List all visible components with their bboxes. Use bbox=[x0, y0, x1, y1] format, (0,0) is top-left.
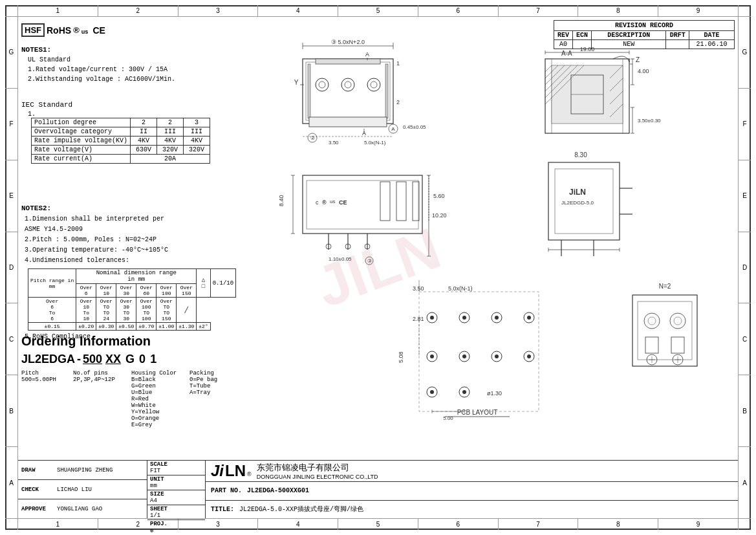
row-g-left: G bbox=[5, 17, 17, 89]
ordering-section: Ordering Information JL2EDGA - 500 XX G … bbox=[21, 334, 280, 428]
ord-xx: XX bbox=[105, 353, 121, 366]
title-draw-row: DRAW SHUANGPING ZHENG bbox=[18, 461, 147, 480]
technical-drawings: ③ 5.0xN+2.0 Y A 1 2 3.50 5.0x(N-1) A 0.4 bbox=[264, 33, 749, 447]
unit-value: mm bbox=[150, 483, 202, 489]
svg-rect-141 bbox=[638, 301, 692, 360]
iec-row2-c0: Rate impulse voltage(KV) bbox=[32, 136, 131, 146]
notes1-section: NOTES1: UL Standard 1.Rated voltage/curr… bbox=[21, 46, 241, 84]
svg-text:②: ② bbox=[310, 135, 315, 141]
svg-text:A: A bbox=[391, 126, 395, 132]
notes2-item-0: 1.Dimension shall be interpreted per bbox=[25, 214, 261, 224]
pcb-layout: PCB LAYOUT 3.50 5.0x(N-1) 2.81 5.08 bbox=[398, 280, 539, 421]
svg-rect-140 bbox=[632, 295, 697, 366]
title-row-main: TITLE: JL2EDGA-5.0-XXP插拔式母座/弯脚/绿色 bbox=[206, 501, 738, 518]
row-c-left: C bbox=[5, 303, 17, 375]
ul-mark: ® bbox=[73, 25, 80, 35]
title-specs: SCALE FIT UNIT mm SIZE A4 SHEET 1/1 PROJ… bbox=[147, 461, 206, 518]
ord-0: 0 bbox=[139, 353, 146, 366]
svg-text:0.45±0.05: 0.45±0.05 bbox=[403, 124, 426, 130]
svg-rect-70 bbox=[396, 182, 406, 221]
jiln-registered: ® bbox=[247, 471, 252, 477]
unit-row: UNIT mm bbox=[147, 475, 205, 490]
col-markers-top: 1 2 3 4 5 6 7 8 9 bbox=[5, 5, 751, 17]
ce-mark: CE bbox=[92, 25, 105, 36]
part-no-row: PART NO. JL2EDGA-500XXG01 bbox=[206, 482, 738, 500]
iec-title: IEC Standard bbox=[21, 101, 248, 109]
svg-line-37 bbox=[545, 65, 552, 72]
iec-row2-c1: 4KV bbox=[131, 136, 157, 146]
svg-text:3.50: 3.50 bbox=[413, 285, 424, 292]
n2-view: N=2 bbox=[632, 283, 697, 366]
company-name-zh: 东莞市锦凌电子有限公司 bbox=[257, 462, 378, 474]
svg-text:5.08: 5.08 bbox=[398, 351, 404, 363]
svg-rect-147 bbox=[671, 337, 684, 353]
main-content: JILN HSF RoHS ® us CE NOTES1: UL Standar… bbox=[18, 17, 738, 518]
jiln-logo: Ji LN ® bbox=[211, 462, 252, 480]
col-5-top: 5 bbox=[338, 5, 418, 16]
svg-text:c: c bbox=[316, 199, 319, 206]
jiln-brand: Ji bbox=[211, 462, 224, 480]
proj-arrows: ⊕ bbox=[150, 527, 202, 534]
ord-1: 1 bbox=[150, 353, 157, 366]
draw-value: SHUANGPING ZHENG bbox=[57, 467, 113, 474]
svg-text:CE: CE bbox=[339, 199, 347, 206]
svg-text:19.00: 19.00 bbox=[580, 46, 595, 52]
title-check-row: CHECK LICHAO LIU bbox=[18, 480, 147, 499]
svg-text:PCB LAYOUT: PCB LAYOUT bbox=[457, 409, 498, 416]
iec-row0-c1: 2 bbox=[131, 118, 157, 127]
svg-text:5.00: 5.00 bbox=[443, 415, 453, 421]
row-markers-left: G F E D C B A bbox=[5, 17, 18, 518]
sheet-row: SHEET 1/1 bbox=[147, 505, 205, 520]
iec-row0-c2: 2 bbox=[157, 118, 184, 127]
hsf-box: HSF bbox=[21, 23, 45, 37]
rev-title: REVISION RECORD bbox=[554, 21, 735, 31]
notes2-section: NOTES2: 1.Dimension shall be interpreted… bbox=[21, 204, 261, 340]
notes1-item-0: UL Standard bbox=[28, 55, 241, 65]
svg-text:3.50±0.30: 3.50±0.30 bbox=[638, 118, 661, 124]
proj-row: PROJ. ⊕ bbox=[147, 520, 205, 535]
size-row: SIZE A4 bbox=[147, 490, 205, 505]
ord-g: G bbox=[125, 353, 135, 366]
check-label: CHECK bbox=[21, 486, 57, 493]
svg-point-124 bbox=[462, 355, 466, 358]
notes2-item-2: 2.Pitch : 5.00mm, Poles : N=02~24P bbox=[25, 235, 261, 245]
svg-text:2: 2 bbox=[396, 99, 400, 105]
svg-text:③: ③ bbox=[367, 258, 372, 264]
tolerance-table: Pitch range inmm Nominal dimension range… bbox=[28, 268, 236, 331]
svg-point-3 bbox=[319, 82, 325, 88]
iec-row3-c0: Rate voltage(V) bbox=[32, 146, 131, 155]
scale-row: SCALE FIT bbox=[147, 461, 205, 475]
iec-row1-c1: II bbox=[131, 127, 157, 136]
svg-rect-10 bbox=[316, 59, 380, 64]
scale-value: FIT bbox=[150, 468, 202, 474]
col-9-top: 9 bbox=[658, 5, 738, 16]
svg-point-143 bbox=[648, 317, 656, 325]
col-7-bot: 7 bbox=[499, 519, 579, 530]
iec-row0-c0: Pollution degree bbox=[32, 118, 131, 127]
svg-rect-9 bbox=[385, 64, 388, 118]
company-name-en: DONGGUAN JINLING ELECTRONIC CO.,LTD bbox=[257, 474, 378, 480]
sheet-label: SHEET bbox=[150, 506, 202, 512]
svg-rect-8 bbox=[308, 64, 310, 118]
col-4-bot: 4 bbox=[258, 519, 338, 530]
iec-table: Pollution degree 2 2 3 Overvoltage categ… bbox=[31, 118, 210, 164]
svg-text:8.40: 8.40 bbox=[278, 195, 285, 206]
title-personnel: DRAW SHUANGPING ZHENG CHECK LICHAO LIU A… bbox=[18, 461, 147, 518]
svg-text:5.0x(N-1): 5.0x(N-1) bbox=[364, 140, 386, 146]
approve-label: APPROVE bbox=[21, 506, 57, 512]
svg-text:③ 5.0xN+2.0: ③ 5.0xN+2.0 bbox=[331, 39, 365, 45]
svg-point-142 bbox=[644, 313, 660, 329]
svg-text:N=2: N=2 bbox=[659, 283, 671, 290]
iec-row3-c1: 630V bbox=[131, 146, 157, 155]
jiln-ln: LN bbox=[225, 462, 246, 480]
iec-section: IEC Standard 1. Pollution degree 2 2 3 O… bbox=[21, 101, 248, 164]
size-value: A4 bbox=[150, 497, 202, 504]
svg-text:ø1.30: ø1.30 bbox=[487, 390, 502, 397]
ord-label-packing: Packing 0=Pe bag T=Tube A=Tray bbox=[189, 370, 235, 428]
title-label-field: TITLE: bbox=[211, 506, 234, 513]
part-no-value: JL2EDGA-500XXG01 bbox=[247, 487, 309, 494]
svg-rect-63 bbox=[303, 175, 422, 234]
row-e-left: E bbox=[5, 160, 17, 232]
svg-text:Y: Y bbox=[294, 79, 299, 86]
col-1-top: 1 bbox=[18, 5, 98, 16]
